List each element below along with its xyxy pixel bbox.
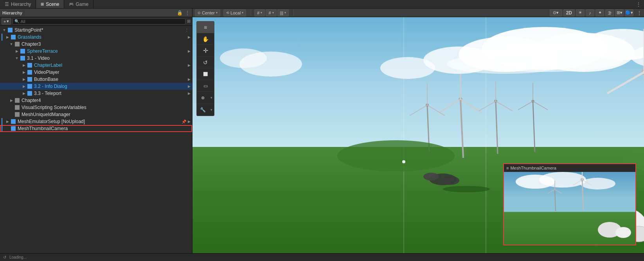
- menu-tool-btn[interactable]: ≡: [197, 21, 214, 33]
- transform-btn1[interactable]: # ▾: [254, 9, 265, 16]
- sky-btn[interactable]: 🌫: [605, 9, 614, 16]
- tab-scene[interactable]: ⊞ Scene: [36, 0, 64, 8]
- arrow-meshemulator[interactable]: ▶: [5, 118, 10, 125]
- search-options-icon[interactable]: ⊞: [187, 19, 191, 24]
- camera-preview-content: [504, 172, 635, 245]
- cube-icon-33teleport: [27, 90, 33, 97]
- svg-line-23: [439, 99, 461, 113]
- tab-more-button[interactable]: ⋮: [633, 2, 644, 7]
- svg-point-85: [615, 227, 631, 238]
- tab-hierarchy[interactable]: ☰ Hierarchy: [0, 0, 36, 8]
- tree-item-grasslands[interactable]: ▶ Grasslands ▶: [0, 34, 192, 41]
- tree-item-videoplayer[interactable]: ▶ VideoPlayer: [0, 69, 192, 76]
- more-startingpoint[interactable]: ⋮: [183, 28, 191, 33]
- top-tab-bar: ☰ Hierarchy ⊞ Scene 🎮 Game ⋮: [0, 0, 644, 9]
- tree-item-visualscripting[interactable]: VisualScripting SceneVariables: [0, 104, 192, 111]
- arrow-startingpoint[interactable]: ▼: [2, 27, 7, 34]
- rotate-tool-btn[interactable]: ↺: [197, 57, 214, 68]
- label-meshunique: MeshUniqueIdManager: [22, 112, 191, 117]
- hand-tool-btn[interactable]: ✋: [197, 33, 214, 45]
- tree-item-32infodialog[interactable]: ▶ 3.2 - Info Dialog ▶: [0, 83, 192, 90]
- scene-icon: ⊞▾: [617, 10, 622, 15]
- tree-container[interactable]: ▼ StartingPoint* ⋮ ▶ Grasslands ▶: [0, 26, 192, 253]
- tree-item-buttonbase[interactable]: ▶ ButtonBase ▶: [0, 76, 192, 83]
- tree-item-meshunique[interactable]: MeshUniqueIdManager: [0, 111, 192, 118]
- scale-tool-btn[interactable]: ⬜: [197, 68, 214, 80]
- rect-tool-btn[interactable]: ▭: [197, 80, 214, 92]
- tree-item-33teleport[interactable]: ▶ 3.3 - Teleport ▶: [0, 90, 192, 97]
- tree-item-chapter3[interactable]: ▼ Chapter3: [0, 41, 192, 48]
- arrow-buttonbase[interactable]: ▶: [21, 76, 27, 83]
- svg-line-24: [461, 99, 482, 113]
- status-text: Loading...: [9, 255, 27, 259]
- wrench-dropdown-btn[interactable]: ▾: [209, 104, 214, 116]
- local-button[interactable]: ⟲ Local ▾: [223, 9, 246, 16]
- layers-btn[interactable]: ⊙▾: [550, 9, 562, 16]
- arrow-31video[interactable]: ▼: [14, 55, 20, 62]
- lock-icon[interactable]: 🔒: [177, 10, 183, 16]
- arrow-meshunique: [9, 111, 14, 118]
- move-tool-btn[interactable]: ✛: [197, 45, 214, 57]
- status-icon: ↺: [3, 255, 6, 259]
- tree-item-meshemulator[interactable]: ▶ MeshEmulatorSetup [NoUpload] 📌 ▶: [0, 118, 192, 125]
- label-meshthumbnail: MeshThumbnailCamera: [18, 126, 191, 131]
- local-label: Local: [230, 11, 241, 15]
- right-arrow-meshemulator: ▶: [186, 120, 191, 123]
- arrow-sphereterrace[interactable]: ▶: [14, 48, 20, 55]
- arrow-grasslands[interactable]: ▶: [5, 34, 10, 41]
- scene-btn[interactable]: ⊞▾: [615, 9, 624, 16]
- sky-icon: 🌫: [608, 11, 612, 15]
- more-icon[interactable]: ⋮: [185, 10, 190, 16]
- rotate-icon: ↺: [203, 59, 208, 66]
- tree-item-sphereterrace[interactable]: ▶ SphereTerrace ▶: [0, 48, 192, 55]
- hierarchy-menu-icon: ☰: [5, 2, 9, 7]
- arrow-chapter3[interactable]: ▼: [9, 41, 14, 48]
- light-btn[interactable]: ☀: [576, 9, 585, 16]
- hierarchy-panel: Hierarchy 🔒 ⋮ + ▾ 🔍 ⊞ ▼: [0, 9, 192, 253]
- arrow-32infodialog[interactable]: ▶: [21, 83, 27, 90]
- camera-preview-title: MeshThumbnailCamera: [510, 166, 556, 170]
- svg-point-40: [337, 140, 455, 172]
- cube-icon-visualscripting: [14, 104, 20, 111]
- game-tab-icon: 🎮: [69, 2, 74, 6]
- add-icon: +: [4, 19, 6, 24]
- gizmo-btn[interactable]: 🔵▾: [625, 9, 633, 16]
- wrench-tool-btn[interactable]: 🔧: [197, 104, 209, 116]
- label-sphereterrace: SphereTerrace: [27, 48, 186, 54]
- search-input[interactable]: [20, 19, 183, 24]
- arrow-chapter4[interactable]: ▶: [9, 97, 14, 104]
- scene-canvas[interactable]: Y X Z < Persp ≡: [192, 17, 644, 253]
- tree-item-chapter4[interactable]: ▶ Chapter4: [0, 97, 192, 104]
- transform-btn2[interactable]: # ▾: [266, 9, 276, 16]
- tree-item-chapterlabel[interactable]: ▶ ChapterLabel ▶: [0, 62, 192, 69]
- fx-btn[interactable]: ✦: [595, 9, 604, 16]
- tab-game[interactable]: 🎮 Game: [64, 0, 94, 8]
- add-button[interactable]: + ▾: [2, 18, 11, 25]
- tree-item-startingpoint[interactable]: ▼ StartingPoint* ⋮: [0, 27, 192, 34]
- t2-dropdown: ▾: [272, 11, 274, 14]
- 2d-button[interactable]: 2D: [563, 9, 575, 16]
- wrench-tool-group: 🔧 ▾: [197, 104, 214, 116]
- arrow-chapterlabel[interactable]: ▶: [21, 62, 27, 69]
- transform-dropdown-btn[interactable]: ▾: [209, 92, 214, 104]
- toolbar-right: ⊙▾ 2D ☀ ♪ ✦ 🌫 ⊞▾: [550, 9, 642, 16]
- svg-line-39: [533, 101, 548, 110]
- camera-preview: ≡ MeshThumbnailCamera: [503, 163, 636, 245]
- fx-icon: ✦: [598, 10, 602, 15]
- tree-item-meshthumbnail[interactable]: MeshThumbnailCamera: [0, 125, 192, 132]
- scene-more[interactable]: ⋮: [637, 10, 642, 16]
- light-icon: ☀: [578, 10, 582, 15]
- cube-icon-meshunique: [14, 111, 20, 118]
- gizmo-icon: 🔵▾: [625, 10, 633, 15]
- transform-btn3[interactable]: ||| ▾: [277, 9, 289, 16]
- tree-item-31video[interactable]: ▼ 3.1 - Video: [0, 55, 192, 62]
- audio-btn[interactable]: ♪: [586, 9, 594, 16]
- center-button[interactable]: ⊙ Center ▾: [195, 9, 220, 16]
- label-grasslands: Grasslands: [18, 34, 186, 40]
- camera-preview-header: ≡ MeshThumbnailCamera: [504, 164, 635, 172]
- transform-tool-btn[interactable]: ⊕: [197, 92, 209, 104]
- label-chapterlabel: ChapterLabel: [34, 63, 186, 68]
- label-buttonbase: ButtonBase: [34, 77, 186, 82]
- arrow-33teleport[interactable]: ▶: [21, 90, 27, 97]
- label-33teleport: 3.3 - Teleport: [34, 91, 186, 96]
